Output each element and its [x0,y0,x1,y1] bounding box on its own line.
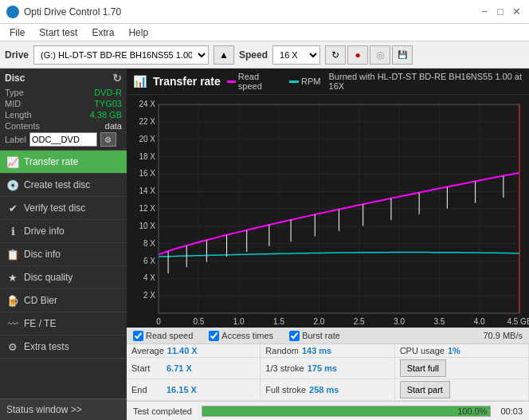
disc-type-value: DVD-R [94,88,122,97]
speed-select[interactable]: 16 X Max 8 X 4 X [272,45,320,65]
start-part-button[interactable]: Start part [400,381,450,398]
stat-full-stroke: Full stroke 258 ms [261,379,394,401]
chart-checks-bar: Read speed Access times Burst rate 70.9 … [127,328,529,343]
disc-header: Disc [5,73,25,84]
nav-verify-test-disc-label: Verify test disc [24,202,85,214]
main-layout: Disc ↻ Type DVD-R MID TYG03 Length 4.38 … [0,69,529,420]
nav-transfer-rate-label: Transfer rate [24,156,78,167]
status-window-button[interactable]: Status window >> [0,398,127,420]
refresh-button[interactable]: ↻ [325,45,346,65]
chart-canvas [127,98,529,328]
disc-label-label: Label [5,135,26,144]
stat-start-full: Start full [395,358,529,379]
chart-header: 📊 Transfer rate Read speed RPM Burned wi… [127,69,529,95]
nav-disc-info-label: Disc info [24,249,61,260]
create-test-disc-icon: 💿 [6,179,19,191]
drive-label: Drive [5,49,29,61]
chart-icon: 📊 [133,75,147,88]
progress-bar: 100.0% [202,406,491,417]
menu-extra[interactable]: Extra [85,26,120,40]
nav-create-test-disc-label: Create test disc [24,179,90,190]
disc-quality-icon: ★ [6,271,19,284]
chart-container [127,95,529,328]
nav-disc-quality[interactable]: ★ Disc quality [0,266,127,289]
disc-mid-label: MID [5,99,21,108]
nav-fe-te[interactable]: 〰 FE / TE [0,312,127,336]
maximize-button[interactable]: □ [494,6,507,18]
eject-button[interactable]: ▲ [214,45,234,65]
minimize-button[interactable]: − [478,6,491,18]
read-speed-legend-label: Read speed [238,72,281,91]
nav-verify-test-disc[interactable]: ✔ Verify test disc [0,197,127,220]
extra-tests-icon: ⚙ [6,340,19,353]
menu-help[interactable]: Help [122,26,155,40]
progress-percent: 100.0% [457,406,487,416]
drive-bar: Drive (G:) HL-DT-ST BD-RE BH16NS55 1.00 … [0,41,529,69]
drive-info-icon: ℹ [6,225,19,237]
rpm-legend-dot [289,80,299,83]
burned-label: Burned with HL-DT-ST BD-RE BH16NS55 1.00… [329,72,523,91]
access-times-check[interactable]: Access times [209,331,273,341]
nav-disc-info[interactable]: 📋 Disc info [0,243,127,266]
stat-end: End 16.15 X [127,379,261,401]
disc-label-input[interactable] [29,132,97,147]
write-button[interactable]: ● [347,45,368,65]
nav-transfer-rate[interactable]: 📈 Transfer rate [0,151,127,174]
disc-length-value: 4.38 GB [90,110,122,120]
stat-stroke1: 1/3 stroke 175 ms [261,358,394,379]
stats-table: Average 11.40 X Random 143 ms CPU usage … [127,343,529,401]
start-full-button[interactable]: Start full [400,359,446,377]
disc-length-label: Length [5,110,32,120]
rpm-legend-label: RPM [301,77,320,86]
verify-test-disc-icon: ✔ [6,202,19,214]
nav-create-test-disc[interactable]: 💿 Create test disc [0,174,127,197]
nav-cd-bier[interactable]: 🍺 CD Bier [0,289,127,312]
disc-info-icon: 📋 [6,248,19,261]
disc-refresh-icon[interactable]: ↻ [112,72,122,84]
stat-start-part: Start part [395,379,529,401]
stat-random: Random 143 ms [261,344,394,358]
title-bar: Opti Drive Control 1.70 − □ ✕ [0,0,529,24]
chart-legend: Read speed RPM Burned with HL-DT-ST BD-R… [227,72,523,91]
content-area: 📊 Transfer rate Read speed RPM Burned wi… [127,69,529,420]
nav-disc-quality-label: Disc quality [24,272,72,283]
stat-start: Start 6.71 X [127,358,261,379]
status-bar: Test completed 100.0% 00:03 [127,401,529,420]
stat-average: Average 11.40 X [127,344,261,358]
erase-button[interactable]: ◎ [370,45,390,65]
status-text: Test completed [127,406,198,416]
app-icon [6,6,19,18]
nav-drive-info[interactable]: ℹ Drive info [0,220,127,243]
burst-rate-check[interactable]: Burst rate [289,331,340,341]
chart-title: Transfer rate [153,75,221,88]
menu-file[interactable]: File [3,26,31,40]
nav-items: 📈 Transfer rate 💿 Create test disc ✔ Ver… [0,151,127,398]
timer: 00:03 [494,406,529,416]
stat-cpu: CPU usage 1% [395,344,529,358]
progress-bar-fill [202,406,490,416]
read-speed-legend-dot [227,80,236,83]
close-button[interactable]: ✕ [510,6,523,18]
disc-panel: Disc ↻ Type DVD-R MID TYG03 Length 4.38 … [0,69,127,151]
disc-contents-value: data [105,121,122,131]
disc-label-btn[interactable]: ⚙ [100,132,116,147]
app-title: Opti Drive Control 1.70 [24,6,121,18]
disc-type-label: Type [5,88,24,97]
disc-contents-label: Contents [5,121,40,131]
speed-label: Speed [239,49,268,61]
sidebar: Disc ↻ Type DVD-R MID TYG03 Length 4.38 … [0,69,127,420]
nav-fe-te-label: FE / TE [24,318,56,329]
drive-select[interactable]: (G:) HL-DT-ST BD-RE BH16NS55 1.00 [33,45,209,65]
fe-te-icon: 〰 [6,317,19,330]
menu-start-test[interactable]: Start test [33,26,84,40]
save-button[interactable]: 💾 [392,45,413,65]
read-speed-check[interactable]: Read speed [133,331,193,341]
nav-extra-tests[interactable]: ⚙ Extra tests [0,336,127,359]
nav-cd-bier-label: CD Bier [24,295,57,306]
nav-extra-tests-label: Extra tests [24,341,69,352]
burst-rate-value: 70.9 MB/s [483,331,523,340]
disc-mid-value: TYG03 [94,99,122,108]
transfer-rate-icon: 📈 [6,155,19,168]
menu-bar: File Start test Extra Help [0,24,529,41]
nav-drive-info-label: Drive info [24,226,65,237]
